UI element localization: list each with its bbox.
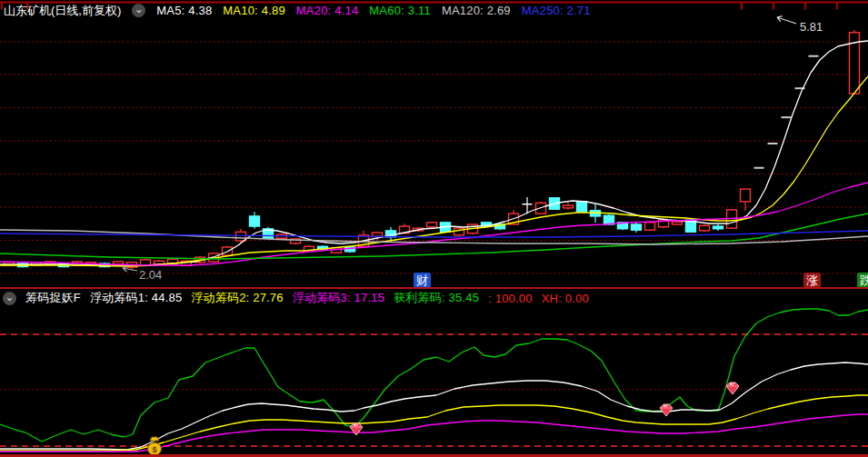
legend-ma10: MA10: 4.89: [223, 4, 285, 17]
legend-ma5: MA5: 4.38: [156, 4, 212, 17]
main-candlestick-chart[interactable]: 5.812.04: [0, 0, 868, 288]
symbol-title: 山东矿机(日线,前复权): [4, 3, 121, 19]
svg-text:5.81: 5.81: [800, 20, 823, 34]
svg-text:$: $: [152, 445, 156, 454]
legend-floating-chip2: 浮动筹码2: 27.76: [191, 290, 283, 306]
sub-indicator-chart[interactable]: $: [0, 308, 868, 457]
legend-floating-chip1: 浮动筹码1: 44.85: [90, 290, 182, 306]
legend-ma60: MA60: 3.11: [369, 4, 431, 17]
sub-indicator-header: ⌄ 筹码捉妖F 浮动筹码1: 44.85 浮动筹码2: 27.76 浮动筹码3:…: [0, 289, 868, 307]
main-chart-header: 山东矿机(日线,前复权) ⌄ MA5: 4.38 MA10: 4.89 MA20…: [0, 1, 868, 20]
indicator-title: 筹码捉妖F: [25, 290, 81, 306]
gem-icon: [350, 423, 363, 435]
legend-floating-chip3: 浮动筹码3: 17.15: [293, 290, 384, 306]
chevron-down-icon[interactable]: ⌄: [3, 292, 16, 305]
legend-ma20: MA20: 4.14: [296, 4, 359, 17]
watermark-cai: 财: [414, 273, 431, 288]
legend-ma250: MA250: 2.71: [522, 4, 591, 17]
legend-profit-chip: 获利筹码: 35.45: [394, 290, 479, 306]
legend-ma120: MA120: 2.69: [442, 4, 511, 17]
moneybag-icon: $: [148, 437, 162, 455]
legend-upper-bound: : 100.00: [488, 292, 533, 305]
chevron-down-icon[interactable]: ⌄: [132, 4, 145, 17]
gem-icon: [660, 404, 673, 416]
svg-text:2.04: 2.04: [139, 268, 162, 282]
legend-xh: XH: 0.00: [542, 292, 589, 305]
watermark-die: 跌: [857, 273, 868, 288]
watermark-zhang: 涨: [803, 273, 821, 288]
gem-icon: [726, 382, 739, 394]
stock-app-window: 5.812.04 $ 山东矿机(日线,前复权) ⌄ MA5: 4.38 MA10…: [0, 0, 868, 457]
